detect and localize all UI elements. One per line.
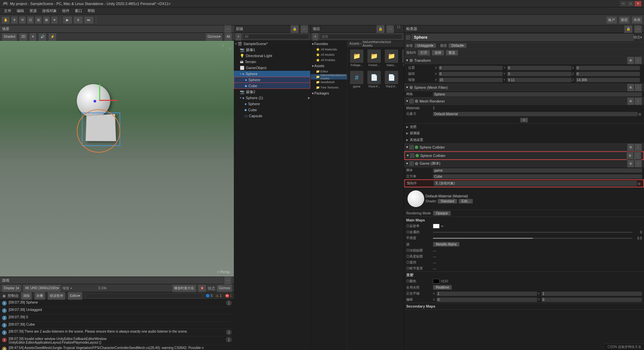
menu-component[interactable]: 组件 <box>59 8 72 14</box>
sc2-checkbox[interactable] <box>410 154 414 158</box>
hierarchy-add-button[interactable]: + <box>235 33 242 41</box>
mesh-filter-header[interactable]: ▾ Sphere (Mesh Filter) ⚙ ⋮ <box>404 84 644 91</box>
menu-gameobject[interactable]: 游戏对象 <box>39 8 59 14</box>
asset-third-p1[interactable]: 📄 Third-P... <box>366 69 382 90</box>
emission-color-swatch[interactable] <box>433 279 440 284</box>
inspector-more-button[interactable]: ⋯ <box>634 25 642 33</box>
hierarchy-item-cube-child[interactable]: ■ Cube <box>234 83 310 89</box>
tool-rotate[interactable]: ⟲ <box>19 16 26 24</box>
scene-audio-button[interactable]: 🔊 <box>38 33 47 41</box>
hierarchy-item-sphere-child2[interactable]: ● Sphere <box>234 101 310 107</box>
sc1-menu[interactable]: ⋮ <box>634 143 642 151</box>
hierarchy-item-light[interactable]: 💡 Directional Light <box>234 53 310 59</box>
menu-help[interactable]: 帮助 <box>85 8 98 14</box>
gs-settings[interactable]: ⚙ <box>627 160 634 168</box>
additional-section-header[interactable]: ▶ 其他设置 <box>404 137 644 143</box>
console-editor-selector[interactable]: Editor▾ <box>67 292 83 300</box>
tile-x-value[interactable]: 1 <box>437 292 537 296</box>
add-material-button[interactable]: + <box>520 118 528 123</box>
project-search-input[interactable] <box>320 34 402 39</box>
scale-z-value[interactable]: 14.306 <box>576 78 640 82</box>
mesh-renderer-settings[interactable]: ⚙ <box>627 97 634 105</box>
object-active-checkbox[interactable] <box>406 35 410 39</box>
project-tree-texture-folder[interactable]: 📁 Tree Textures <box>311 85 347 90</box>
console-entry-2[interactable]: i [08:07:39] 0 <box>0 314 234 322</box>
shader-selector[interactable]: Standard <box>438 199 457 204</box>
hierarchy-tree[interactable]: ▾ 🎬 SampleScene* 📷 摄像1 💡 Directional Lig… <box>234 41 310 350</box>
asset-natur[interactable]: 📁 Natur... <box>383 48 399 68</box>
prefab-none-locate-button[interactable]: ◎ <box>637 182 641 185</box>
scene-light-button[interactable]: ☀ <box>29 33 37 41</box>
transform-header[interactable]: ▾ Transform ⚙ ⋮ <box>404 57 644 64</box>
hierarchy-lock-button[interactable]: 🔒 <box>290 25 299 33</box>
scale-slider[interactable] <box>70 288 97 289</box>
pos-z-value[interactable]: 0 <box>576 66 640 70</box>
smoothness-slider-track[interactable] <box>433 238 633 239</box>
mesh-renderer-menu[interactable]: ⋮ <box>634 97 642 105</box>
gs-checkbox[interactable] <box>410 162 414 166</box>
project-seedmesh-folder[interactable]: 📁 SeedMesh <box>311 79 347 85</box>
gi-selector[interactable]: Realtime <box>433 285 452 290</box>
menu-assets[interactable]: 资源 <box>27 8 39 14</box>
source-selector[interactable]: Metallic Alpha <box>433 242 460 247</box>
tool-scale[interactable]: ⊡ <box>27 16 34 24</box>
asset-game-script[interactable]: # game <box>349 69 365 90</box>
mesh-filter-settings[interactable]: ⚙ <box>627 83 634 92</box>
hierarchy-item-terrain[interactable]: 🏔 Terrain <box>234 59 310 65</box>
tile-y-value[interactable]: 1 <box>541 292 642 296</box>
rot-x-value[interactable]: 0 <box>439 72 503 76</box>
hierarchy-item-sphere-main[interactable]: ▾ ● Sphere <box>234 71 310 77</box>
tool-custom[interactable]: ✦ <box>51 16 58 24</box>
prefab-override-button[interactable]: 覆盖 <box>446 50 458 56</box>
prefab-open-button[interactable]: 打开 <box>418 50 430 56</box>
tag-selector[interactable]: Untagged▾ <box>414 43 436 48</box>
mute-button[interactable]: 🔇 <box>198 284 206 292</box>
scene-2d-button[interactable]: 2D <box>19 33 28 41</box>
asset-forest[interactable]: 📁 Forest... <box>366 48 382 68</box>
project-all-models[interactable]: ⭐ All Models <box>311 52 347 57</box>
console-entry-3[interactable]: i [08:07:39] Cube <box>0 322 234 329</box>
layout-button[interactable]: 布局 <box>631 16 643 24</box>
mesh-filter-menu[interactable]: ⋮ <box>634 83 642 92</box>
maximize-button[interactable]: □ <box>627 1 634 6</box>
tool-rect[interactable]: ⊞ <box>35 16 42 24</box>
menu-edit[interactable]: 编辑 <box>14 8 27 14</box>
scene-viewport[interactable]: < Persp y z <box>0 41 234 277</box>
asset-object[interactable]: 📁 Object... <box>401 48 404 68</box>
sc2-settings[interactable]: ⚙ <box>626 152 634 160</box>
prefab-select-button[interactable]: 选择 <box>432 50 444 56</box>
resolution-selector[interactable]: 4K UHD (3840x2160) ▾ <box>23 284 61 292</box>
maximize-on-play[interactable]: 播放时最大化 <box>172 284 196 292</box>
probes-section-header[interactable]: ▶ 探测器 <box>404 130 644 137</box>
hierarchy-item-gameobject[interactable]: ⬜ GameObject <box>234 65 310 71</box>
menu-window[interactable]: 窗口 <box>72 8 85 14</box>
game-gizmos-button[interactable]: Gizmos <box>216 284 232 292</box>
display-selector[interactable]: Display 1 ▾ <box>1 284 21 292</box>
sc1-checkbox[interactable] <box>410 145 414 149</box>
transform-settings-button[interactable]: ⚙ <box>627 56 634 64</box>
project-add-button[interactable]: + <box>312 33 319 41</box>
scale-y-value[interactable]: 9.11 <box>507 78 571 82</box>
tool-hand[interactable]: ✋ <box>1 16 10 24</box>
minimize-button[interactable]: ─ <box>620 1 627 6</box>
game-more-button[interactable]: ⋯ <box>224 277 232 285</box>
static-label[interactable]: 静态▾ <box>634 35 642 40</box>
console-error-pause-button[interactable]: 错误暂停 <box>47 292 65 300</box>
play-button[interactable]: ▶ <box>62 16 72 24</box>
object-name-input[interactable] <box>412 34 634 41</box>
gizmos-button[interactable]: Gizmos ▾ <box>205 33 223 41</box>
scene-all-button[interactable]: All <box>224 33 232 41</box>
mesh-renderer-checkbox[interactable] <box>410 99 414 103</box>
sphere-collider-1-header[interactable]: ▾ Sphere Collider ⚙ ⋮ <box>404 144 644 151</box>
project-assets-label[interactable]: ▾ Assets <box>311 63 347 69</box>
console-entry-4[interactable]: i [08:07:39] There are 2 audio listeners… <box>0 329 234 336</box>
scene-more-button[interactable]: ⋯ <box>224 25 232 33</box>
hierarchy-item-camera2[interactable]: 📷 摄像2 <box>234 89 310 95</box>
asset-foliage[interactable]: 📁 Foliage... <box>349 48 365 68</box>
hierarchy-item-samplescene[interactable]: ▾ 🎬 SampleScene* <box>234 41 310 47</box>
project-lock-button[interactable]: 🔒 <box>376 25 385 33</box>
transform-menu-button[interactable]: ⋮ <box>634 56 642 64</box>
render-mode-selector[interactable]: Shaded <box>1 33 17 41</box>
albedo-pick-button[interactable]: ✏ <box>441 224 444 228</box>
console-entry-6[interactable]: ⚠ [08:47:54] Assets/SeedMesh/Jungle-Trop… <box>0 345 234 350</box>
